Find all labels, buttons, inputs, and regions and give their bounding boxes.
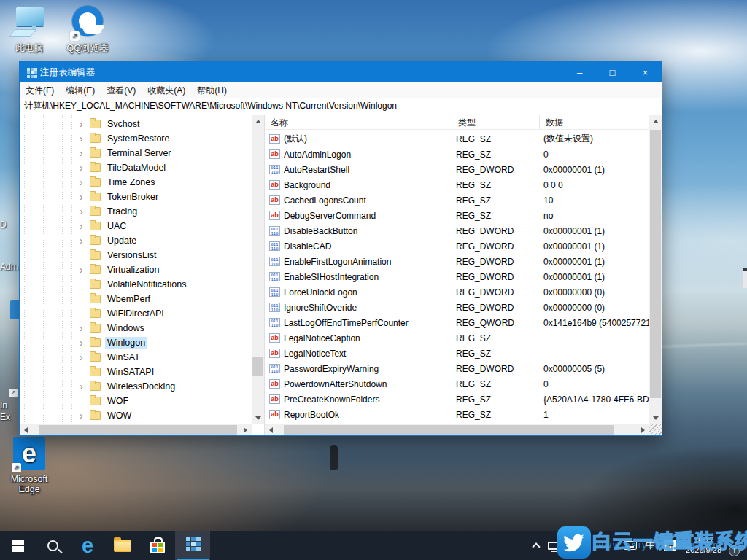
chevron-right-icon[interactable] <box>80 132 90 145</box>
value-row[interactable]: AutoAdminLogon REG_SZ 0 <box>265 147 649 162</box>
chevron-right-icon[interactable] <box>80 380 90 393</box>
value-row[interactable]: DebugServerCommand REG_SZ no <box>265 208 649 223</box>
chevron-right-icon[interactable] <box>80 278 90 291</box>
value-row[interactable]: LegalNoticeCaption REG_SZ <box>265 330 649 346</box>
scrollbar-thumb[interactable] <box>252 357 263 376</box>
tree-item[interactable]: TokenBroker <box>20 190 252 204</box>
scroll-right-icon[interactable] <box>241 424 252 435</box>
tree-item[interactable]: WOF <box>20 394 252 408</box>
list-horizontal-scrollbar[interactable] <box>265 424 649 435</box>
chevron-right-icon[interactable] <box>80 234 90 247</box>
column-header-name[interactable]: 名称 <box>265 115 452 129</box>
menu-item[interactable]: 帮助(H) <box>191 82 233 98</box>
chevron-right-icon[interactable] <box>80 161 90 174</box>
value-row[interactable]: CachedLogonsCount REG_SZ 10 <box>265 192 649 208</box>
chevron-right-icon[interactable] <box>80 249 90 262</box>
scrollbar-thumb[interactable] <box>284 425 614 435</box>
chevron-right-icon[interactable] <box>80 190 90 203</box>
desktop-icon-microsoft-edge[interactable]: e ↗ Microsoft Edge <box>1 438 57 494</box>
value-row[interactable]: EnableSIHostIntegration REG_DWORD 0x0000… <box>265 269 649 284</box>
chevron-right-icon[interactable] <box>80 176 90 189</box>
chevron-right-icon[interactable] <box>80 365 90 378</box>
value-row[interactable]: (默认) REG_SZ (数值未设置) <box>265 131 649 147</box>
list-vertical-scrollbar[interactable] <box>649 115 662 424</box>
address-bar[interactable]: 计算机\HKEY_LOCAL_MACHINE\SOFTWARE\Microsof… <box>20 98 662 114</box>
tree-item[interactable]: Winlogon <box>20 335 252 350</box>
value-row[interactable]: IgnoreShiftOveride REG_DWORD 0x00000000 … <box>265 300 649 315</box>
tree-item[interactable]: WirelessDocking <box>20 379 252 394</box>
tree-item[interactable]: Terminal Server <box>20 146 252 160</box>
scroll-down-icon[interactable] <box>649 413 662 424</box>
scroll-down-icon[interactable] <box>252 413 264 424</box>
scroll-left-icon[interactable] <box>265 424 276 435</box>
tree-item[interactable]: WbemPerf <box>20 292 252 306</box>
tree-item[interactable]: Virtualization <box>20 262 252 277</box>
value-row[interactable]: AutoRestartShell REG_DWORD 0x00000001 (1… <box>265 162 649 177</box>
desktop-icon-qq-browser[interactable]: ↗ QQ浏览器 <box>60 6 115 55</box>
value-row[interactable]: PowerdownAfterShutdown REG_SZ 0 <box>265 376 649 392</box>
value-row[interactable]: EnableFirstLogonAnimation REG_DWORD 0x00… <box>265 254 649 269</box>
column-header-data[interactable]: 数据 <box>540 115 649 129</box>
value-row[interactable]: ReportBootOk REG_SZ 1 <box>265 407 649 422</box>
tree-item[interactable]: Time Zones <box>20 175 252 190</box>
close-button[interactable]: × <box>629 62 662 82</box>
scroll-up-icon[interactable] <box>649 115 662 126</box>
chevron-right-icon[interactable] <box>80 322 90 335</box>
scroll-up-icon[interactable] <box>252 115 264 126</box>
tree-item[interactable]: Tracing <box>20 204 252 219</box>
chevron-right-icon[interactable] <box>80 409 90 422</box>
chevron-right-icon[interactable] <box>80 351 90 364</box>
scrollbar-thumb[interactable] <box>39 425 237 435</box>
start-button[interactable] <box>0 531 35 560</box>
chevron-right-icon[interactable] <box>80 292 90 306</box>
value-row[interactable]: LegalNoticeText REG_SZ <box>265 346 649 361</box>
tree-item[interactable]: VolatileNotifications <box>20 277 252 292</box>
chevron-right-icon[interactable] <box>80 263 90 276</box>
value-row[interactable]: LastLogOffEndTimePerfCounter REG_QWORD 0… <box>265 315 649 330</box>
chevron-right-icon[interactable] <box>80 219 90 233</box>
scroll-left-icon[interactable] <box>20 424 31 435</box>
taskbar-file-explorer-button[interactable] <box>105 531 140 560</box>
title-bar[interactable]: 注册表编辑器 – □ × <box>20 62 662 82</box>
resize-grip[interactable] <box>649 424 662 435</box>
tree-item[interactable]: TileDataModel <box>20 160 252 175</box>
chevron-right-icon[interactable] <box>80 394 90 408</box>
maximize-button[interactable]: □ <box>596 62 629 82</box>
tree-item[interactable]: Update <box>20 233 252 248</box>
tray-show-hidden-icons[interactable] <box>529 531 543 560</box>
chevron-right-icon[interactable] <box>80 117 90 131</box>
taskbar-edge-button[interactable]: e <box>70 531 105 560</box>
chevron-right-icon[interactable] <box>80 336 90 349</box>
value-row[interactable]: Background REG_SZ 0 0 0 <box>265 177 649 192</box>
value-row[interactable]: PasswordExpiryWarning REG_DWORD 0x000000… <box>265 361 649 376</box>
chevron-right-icon[interactable] <box>80 307 90 320</box>
desktop-icon-this-pc[interactable]: 此电脑 <box>1 6 57 55</box>
tree-item[interactable]: WOW <box>20 408 252 423</box>
tree-item[interactable]: WinSAT <box>20 350 252 365</box>
taskbar-store-button[interactable] <box>140 531 175 560</box>
minimize-button[interactable]: – <box>563 62 596 82</box>
scroll-right-icon[interactable] <box>638 424 649 435</box>
value-row[interactable]: DisableCAD REG_DWORD 0x00000001 (1) <box>265 238 649 254</box>
menu-item[interactable]: 文件(F) <box>20 82 60 98</box>
value-row[interactable]: DisableBackButton REG_DWORD 0x00000001 (… <box>265 223 649 238</box>
tree-item[interactable]: SystemRestore <box>20 131 252 146</box>
tree-horizontal-scrollbar[interactable] <box>20 424 252 435</box>
menu-item[interactable]: 收藏夹(A) <box>142 82 191 98</box>
menu-item[interactable]: 编辑(E) <box>60 82 101 98</box>
tree-item[interactable]: Windows <box>20 321 252 335</box>
chevron-right-icon[interactable] <box>80 147 90 160</box>
tree-item[interactable]: WinSATAPI <box>20 365 252 379</box>
value-row[interactable]: ForceUnlockLogon REG_DWORD 0x00000000 (0… <box>265 284 649 300</box>
tree-item[interactable]: VersionsList <box>20 248 252 262</box>
taskbar-registry-editor-button[interactable] <box>175 531 210 560</box>
taskbar-search-button[interactable] <box>35 531 70 560</box>
column-header-type[interactable]: 类型 <box>452 115 540 129</box>
menu-item[interactable]: 查看(V) <box>101 82 142 98</box>
chevron-right-icon[interactable] <box>80 205 90 218</box>
tree-vertical-scrollbar[interactable] <box>252 115 264 424</box>
tree-item[interactable]: Svchost <box>20 117 252 131</box>
value-row[interactable]: PreCreateKnownFolders REG_SZ {A520A1A4-1… <box>265 392 649 407</box>
tree-item[interactable]: UAC <box>20 219 252 233</box>
scrollbar-thumb[interactable] <box>650 130 661 398</box>
